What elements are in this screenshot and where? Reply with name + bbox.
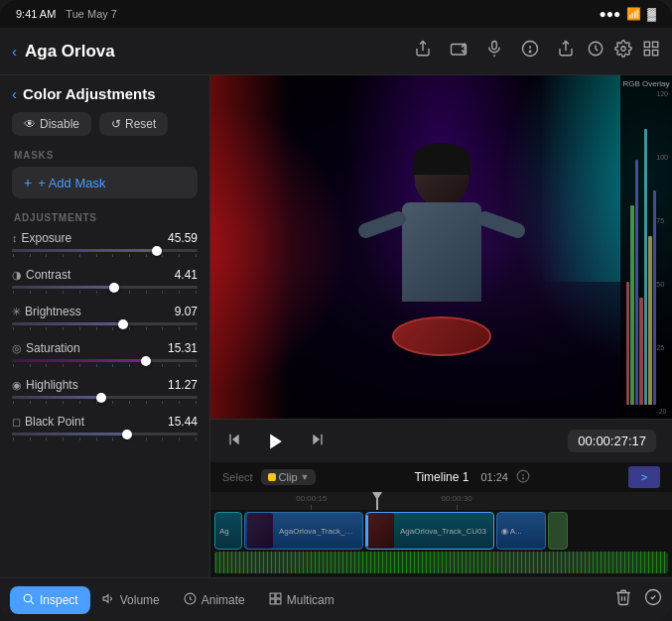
svg-rect-26 (270, 593, 275, 598)
svg-rect-29 (276, 599, 281, 604)
contrast-label: ◑ Contrast (12, 268, 70, 282)
rgb-label: RGB Overlay (622, 79, 670, 90)
timeline-tracks: Ag AgaOrlova_Track_Wid... AgaOrlova_Trac… (210, 510, 672, 577)
clip-thumb-1 (247, 513, 273, 549)
status-date: Tue May 7 (66, 8, 117, 20)
track-clip-1[interactable]: Ag (214, 512, 242, 550)
settings-icon[interactable] (614, 40, 632, 62)
exposure-slider[interactable] (12, 249, 198, 252)
track-clip-4[interactable]: ◉ A... (496, 512, 546, 550)
skip-forward-button[interactable] (310, 432, 326, 450)
export-icon[interactable] (557, 40, 575, 62)
track-clip-2[interactable]: AgaOrlova_Track_Wid... (244, 512, 363, 550)
tab-animate-label: Animate (202, 593, 245, 607)
saturation-icon: ◎ (12, 342, 22, 355)
eye-icon: 👁 (24, 117, 36, 131)
playback-controls (226, 428, 326, 455)
saturation-adjustment: ◎ Saturation 15.31 (0, 337, 209, 374)
panel-header: ‹ Color Adjustments (0, 75, 209, 108)
svg-rect-27 (276, 593, 281, 598)
delete-button[interactable] (614, 588, 632, 611)
track-clip-3-selected[interactable]: AgaOrlova_Track_CU03 (365, 512, 494, 550)
voiceover-icon[interactable] (521, 40, 539, 62)
brightness-value: 9.07 (175, 305, 198, 318)
timecode-display: 00:00:27:17 (568, 430, 656, 452)
timeline-header: Select Clip ▼ Timeline 1 01:24 > (210, 462, 672, 492)
wifi-icon: 📶 (626, 7, 641, 21)
reset-button[interactable]: ↺ Reset (99, 112, 168, 136)
clip-label: Clip (279, 471, 298, 483)
highlights-slider[interactable] (12, 396, 198, 399)
saturation-slider[interactable] (12, 359, 198, 362)
adjustments-list: ↕ Exposure 45.59 (0, 227, 209, 577)
rgb-chart: 120 100 75 50 25 -20 (622, 90, 670, 415)
tab-volume-label: Volume (120, 593, 160, 607)
plus-icon: + (24, 175, 32, 190)
svg-rect-15 (229, 435, 230, 445)
svg-point-21 (522, 477, 523, 478)
blackpoint-value: 15.44 (168, 415, 198, 429)
timer-icon[interactable] (587, 40, 605, 62)
back-button[interactable]: ‹ (12, 43, 17, 60)
multicam-icon (269, 592, 282, 608)
top-toolbar: ‹ Aga Orlova (0, 28, 672, 75)
timeline-info-icon[interactable] (516, 469, 530, 486)
clip-color-dot (268, 473, 276, 481)
panel-close-button[interactable]: ‹ (12, 85, 17, 102)
highlights-value: 11.27 (168, 378, 198, 392)
right-panel: RGB Overlay 120 100 75 50 25 -20 (210, 75, 672, 577)
disable-button[interactable]: 👁 Disable (12, 112, 91, 136)
brightness-slider[interactable] (12, 322, 198, 325)
blackpoint-icon: ◻ (12, 416, 21, 429)
blackpoint-slider[interactable] (12, 433, 198, 435)
exposure-label: ↕ Exposure (12, 231, 71, 245)
rgb-overlay-panel: RGB Overlay 120 100 75 50 25 -20 (620, 75, 672, 419)
tab-inspect-label: Inspect (40, 593, 78, 607)
playback-bar: 00:00:27:17 (210, 419, 672, 462)
tab-animate[interactable]: Animate (172, 586, 257, 614)
blackpoint-label: ◻ Black Point (12, 415, 84, 429)
timeline-playhead[interactable] (376, 492, 378, 510)
play-button[interactable] (262, 428, 290, 455)
bottom-right-actions (614, 588, 662, 611)
rgb-tick-labels: 120 100 75 50 25 -20 (656, 90, 668, 415)
timeline-ruler: 00:00:15 00:00:30 (210, 492, 672, 510)
svg-rect-2 (492, 42, 497, 50)
add-mask-button[interactable]: + + Add Mask (12, 167, 198, 198)
inspect-icon (22, 592, 35, 608)
tab-multicam[interactable]: Multicam (257, 586, 346, 614)
ruler-marks: 00:00:15 00:00:30 (214, 492, 668, 510)
svg-marker-24 (103, 594, 108, 602)
svg-rect-11 (653, 42, 658, 47)
contrast-value: 4.41 (175, 268, 198, 282)
layout-icon[interactable] (642, 40, 660, 62)
share-icon[interactable] (414, 40, 432, 62)
confirm-button[interactable] (644, 588, 662, 611)
reset-icon: ↺ (111, 117, 121, 131)
contrast-adjustment: ◑ Contrast 4.41 (0, 264, 209, 301)
highlights-label: ◉ Highlights (12, 378, 78, 392)
ruler-mark-30: 00:00:30 (442, 494, 472, 510)
audio-waveform (214, 552, 668, 573)
clip-thumb-2 (368, 513, 394, 549)
volume-icon (102, 592, 115, 608)
camera-icon[interactable] (450, 40, 468, 62)
tab-volume[interactable]: Volume (90, 586, 172, 614)
contrast-slider[interactable] (12, 286, 198, 289)
track-clip-5[interactable] (548, 512, 568, 550)
brightness-adjustment: ✳ Brightness 9.07 (0, 301, 209, 337)
svg-rect-12 (653, 51, 658, 56)
left-panel: ‹ Color Adjustments 👁 Disable ↺ Reset MA… (0, 75, 210, 577)
mic-icon[interactable] (485, 40, 503, 62)
back-icon: ‹ (12, 43, 17, 60)
tab-inspect[interactable]: Inspect (10, 586, 90, 614)
select-label: Select (222, 471, 253, 483)
timeline-name-label: Timeline 1 (415, 470, 470, 484)
skip-back-button[interactable] (226, 432, 242, 450)
panel-title: Color Adjustments (23, 85, 156, 102)
svg-rect-10 (644, 42, 649, 47)
saturation-value: 15.31 (168, 341, 198, 355)
svg-point-9 (621, 47, 626, 52)
panel-actions: 👁 Disable ↺ Reset (0, 108, 209, 144)
blackpoint-adjustment: ◻ Black Point 15.44 (0, 411, 209, 447)
